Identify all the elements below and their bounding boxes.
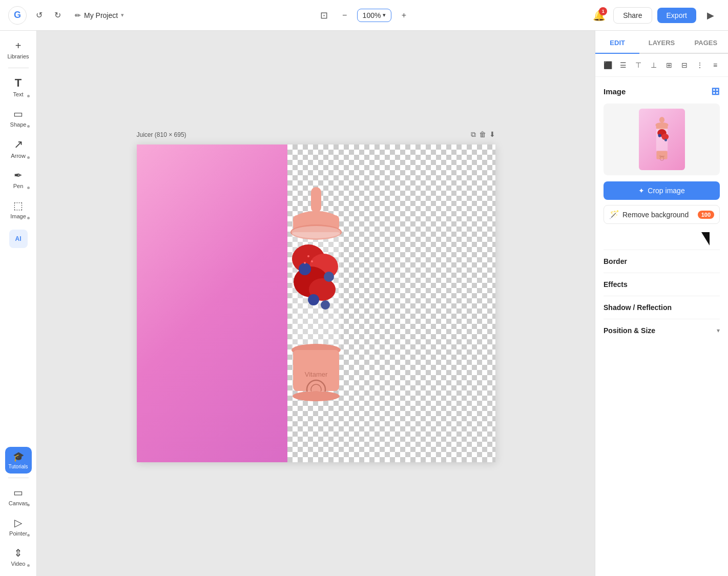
sidebar-divider-bottom: [8, 478, 29, 478]
shape-icon: ▭: [13, 108, 23, 120]
tutorials-button[interactable]: 🎓 Tutorials: [5, 447, 32, 474]
align-center-v-button[interactable]: ⊞: [662, 58, 676, 72]
sidebar-item-canvas[interactable]: ▭ Canvas: [3, 482, 34, 510]
sidebar-item-pen[interactable]: ✒ Pen: [3, 165, 34, 193]
cursor-indicator: [604, 232, 710, 245]
canvas-area[interactable]: Juicer (810 × 695) ⧉ 🗑 ⬇: [37, 31, 595, 576]
sidebar-item-label: Arrow: [11, 153, 26, 159]
dot-indicator: [27, 534, 30, 537]
remove-bg-badge: 100: [698, 211, 714, 219]
svg-point-16: [304, 262, 306, 264]
undo-button[interactable]: ↺: [31, 7, 47, 24]
text-icon: T: [15, 76, 22, 90]
svg-point-22: [293, 391, 340, 401]
dot-indicator: [27, 156, 30, 159]
dot-indicator: [27, 504, 30, 506]
svg-point-5: [292, 226, 341, 238]
tab-edit[interactable]: EDIT: [595, 31, 639, 54]
arrow-icon: ↗: [14, 138, 23, 151]
sidebar-item-video[interactable]: ⇕ Video: [3, 543, 34, 571]
copy-action[interactable]: ⧉: [471, 130, 476, 139]
canvas-frame[interactable]: Vitamer: [137, 145, 495, 462]
align-extra-button[interactable]: ≡: [708, 58, 722, 72]
zoom-minus-button[interactable]: −: [337, 7, 353, 24]
image-icon: ⬚: [13, 199, 23, 212]
sidebar-item-label: Text: [13, 91, 23, 97]
video-icon: ⇕: [14, 547, 23, 559]
sidebar-item-libraries[interactable]: + Libraries: [3, 36, 34, 64]
sidebar-item-image[interactable]: ⬚ Image: [3, 195, 34, 223]
border-section-header[interactable]: Border: [604, 257, 720, 265]
sidebar-item-ai[interactable]: AI: [3, 225, 34, 252]
sidebar-item-label: Pointer: [9, 530, 27, 537]
undo-redo-group: ↺ ↻: [31, 7, 66, 24]
preview-bottle-svg: Vitamer: [649, 114, 675, 165]
align-center-h-button[interactable]: ☰: [616, 58, 630, 72]
sidebar-divider: [8, 68, 29, 68]
dot-indicator: [27, 564, 30, 567]
align-bottom-button[interactable]: ⊥: [647, 58, 661, 72]
zoom-plus-button[interactable]: +: [396, 7, 412, 24]
svg-point-12: [308, 294, 319, 305]
panel-tabs: EDIT LAYERS PAGES: [595, 31, 728, 54]
align-distribute-h-button[interactable]: ⊟: [677, 58, 692, 72]
play-button[interactable]: ▶: [701, 6, 720, 25]
frame-header: Juicer (810 × 695) ⧉ 🗑 ⬇: [137, 130, 495, 139]
topbar-left: G ↺ ↻ ✏ My Project ▾: [8, 6, 310, 25]
effects-section-header[interactable]: Effects: [604, 280, 720, 289]
svg-rect-25: [656, 125, 668, 129]
blender-bottle: Vitamer: [265, 187, 367, 420]
zoom-selector[interactable]: 100% ▾: [357, 9, 392, 22]
dot-indicator: [27, 217, 30, 219]
sidebar-item-text[interactable]: T Text: [3, 72, 34, 101]
position-size-header[interactable]: Position & Size ▾: [604, 326, 720, 335]
topbar-center: ⊡ − 100% ▾ +: [316, 7, 412, 24]
notifications-button[interactable]: 🔔 1: [590, 6, 608, 25]
tutorials-icon: 🎓: [13, 451, 24, 462]
position-size-chevron[interactable]: ▾: [717, 327, 720, 334]
image-preview-inner: Vitamer: [604, 104, 720, 175]
image-preview-container: Vitamer: [604, 104, 720, 175]
sidebar-item-label: Pen: [13, 183, 24, 189]
image-mosaic-icon[interactable]: ⊞: [711, 85, 720, 97]
section-shadow: Shadow / Reflection: [604, 296, 720, 319]
delete-action[interactable]: 🗑: [479, 130, 486, 139]
share-button[interactable]: Share: [613, 7, 652, 24]
crop-image-button[interactable]: ✦ Crop image: [604, 181, 720, 200]
tab-layers[interactable]: LAYERS: [639, 31, 683, 54]
svg-point-14: [307, 255, 309, 257]
tab-pages[interactable]: PAGES: [684, 31, 728, 54]
align-top-button[interactable]: ⊤: [631, 58, 646, 72]
svg-point-13: [321, 300, 330, 310]
ai-icon: AI: [9, 230, 28, 248]
cursor-arrow-icon: [701, 232, 710, 245]
download-action[interactable]: ⬇: [489, 130, 495, 139]
notif-badge: 1: [599, 7, 607, 15]
dot-indicator: [27, 95, 30, 97]
fit-screen-button[interactable]: ⊡: [316, 7, 332, 24]
canvas-icon: ▭: [13, 486, 23, 499]
remove-background-row[interactable]: 🪄 Remove background 100: [604, 205, 720, 224]
sidebar-item-shape[interactable]: ▭ Shape: [3, 104, 34, 132]
image-preview-thumbnail: Vitamer: [639, 109, 685, 170]
pointer-icon: ▷: [14, 517, 22, 529]
section-border: Border: [604, 250, 720, 273]
export-button[interactable]: Export: [657, 8, 696, 23]
sidebar-item-label: Video: [11, 561, 26, 567]
sidebar-item-pointer[interactable]: ▷ Pointer: [3, 512, 34, 541]
align-left-button[interactable]: ⬛: [600, 58, 615, 72]
canvas-frame-wrapper: Juicer (810 × 695) ⧉ 🗑 ⬇: [137, 145, 495, 462]
bottle-svg: Vitamer: [265, 187, 367, 418]
align-more-button[interactable]: ⋮: [693, 58, 707, 72]
canvas-image-container: Vitamer: [137, 145, 495, 462]
frame-header-actions: ⧉ 🗑 ⬇: [471, 130, 495, 139]
svg-point-15: [311, 260, 313, 262]
shadow-section-header[interactable]: Shadow / Reflection: [604, 303, 720, 312]
google-button[interactable]: G: [8, 6, 27, 25]
project-name[interactable]: ✏ My Project ▾: [70, 8, 129, 23]
topbar: G ↺ ↻ ✏ My Project ▾ ⊡ − 100% ▾ + 🔔 1 Sh…: [0, 0, 728, 31]
svg-point-10: [299, 263, 311, 275]
redo-button[interactable]: ↻: [49, 7, 66, 24]
sidebar-item-arrow[interactable]: ↗ Arrow: [3, 134, 34, 163]
section-image: Image ⊞: [604, 85, 720, 97]
